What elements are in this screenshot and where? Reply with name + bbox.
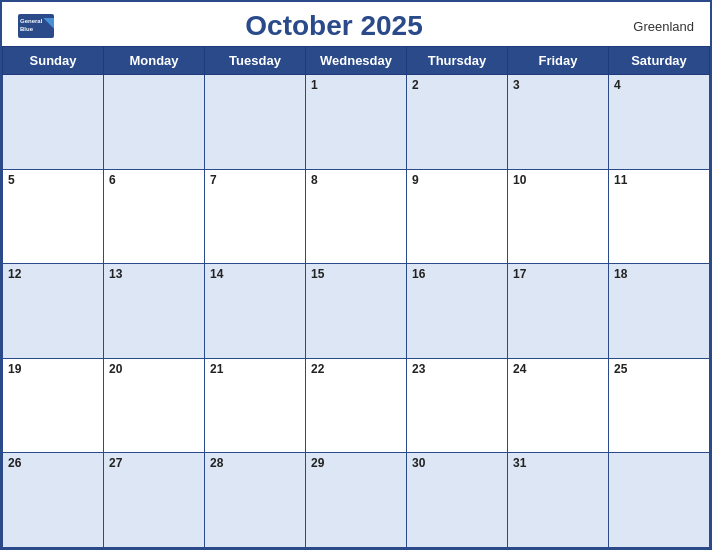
day-number: 23 bbox=[412, 362, 425, 376]
day-number: 15 bbox=[311, 267, 324, 281]
day-cell: 3 bbox=[508, 75, 609, 170]
day-number: 5 bbox=[8, 173, 15, 187]
weekday-header-row: Sunday Monday Tuesday Wednesday Thursday… bbox=[3, 47, 710, 75]
header-sunday: Sunday bbox=[3, 47, 104, 75]
day-number: 10 bbox=[513, 173, 526, 187]
region-label: Greenland bbox=[614, 19, 694, 34]
day-number: 7 bbox=[210, 173, 217, 187]
day-number: 27 bbox=[109, 456, 122, 470]
day-cell: 20 bbox=[104, 358, 205, 453]
day-cell: 8 bbox=[306, 169, 407, 264]
week-row-4: 19202122232425 bbox=[3, 358, 710, 453]
day-number: 25 bbox=[614, 362, 627, 376]
day-cell: 5 bbox=[3, 169, 104, 264]
header-monday: Monday bbox=[104, 47, 205, 75]
day-cell: 27 bbox=[104, 453, 205, 548]
day-number: 3 bbox=[513, 78, 520, 92]
day-number: 13 bbox=[109, 267, 122, 281]
day-cell: 1 bbox=[306, 75, 407, 170]
day-cell: 19 bbox=[3, 358, 104, 453]
calendar-body: 1234567891011121314151617181920212223242… bbox=[3, 75, 710, 548]
day-number: 30 bbox=[412, 456, 425, 470]
day-number: 2 bbox=[412, 78, 419, 92]
day-cell: 30 bbox=[407, 453, 508, 548]
day-number: 26 bbox=[8, 456, 21, 470]
day-cell: 29 bbox=[306, 453, 407, 548]
day-cell: 25 bbox=[609, 358, 710, 453]
day-cell: 28 bbox=[205, 453, 306, 548]
day-number: 11 bbox=[614, 173, 627, 187]
header-wednesday: Wednesday bbox=[306, 47, 407, 75]
day-cell: 16 bbox=[407, 264, 508, 359]
day-number: 18 bbox=[614, 267, 627, 281]
day-cell bbox=[609, 453, 710, 548]
day-cell bbox=[205, 75, 306, 170]
day-number: 8 bbox=[311, 173, 318, 187]
day-cell: 23 bbox=[407, 358, 508, 453]
day-number: 24 bbox=[513, 362, 526, 376]
week-row-3: 12131415161718 bbox=[3, 264, 710, 359]
day-cell: 18 bbox=[609, 264, 710, 359]
day-cell: 31 bbox=[508, 453, 609, 548]
day-cell: 4 bbox=[609, 75, 710, 170]
day-number: 14 bbox=[210, 267, 223, 281]
day-cell: 12 bbox=[3, 264, 104, 359]
day-cell: 15 bbox=[306, 264, 407, 359]
day-cell: 10 bbox=[508, 169, 609, 264]
day-cell: 11 bbox=[609, 169, 710, 264]
header-friday: Friday bbox=[508, 47, 609, 75]
calendar-header: General Blue October 2025 Greenland bbox=[2, 2, 710, 46]
day-number: 19 bbox=[8, 362, 21, 376]
day-number: 22 bbox=[311, 362, 324, 376]
day-number: 6 bbox=[109, 173, 116, 187]
day-cell: 22 bbox=[306, 358, 407, 453]
svg-text:General: General bbox=[20, 18, 43, 24]
week-row-2: 567891011 bbox=[3, 169, 710, 264]
header-thursday: Thursday bbox=[407, 47, 508, 75]
day-cell: 14 bbox=[205, 264, 306, 359]
header-saturday: Saturday bbox=[609, 47, 710, 75]
day-number: 1 bbox=[311, 78, 318, 92]
day-number: 12 bbox=[8, 267, 21, 281]
calendar-table: Sunday Monday Tuesday Wednesday Thursday… bbox=[2, 46, 710, 548]
day-cell: 6 bbox=[104, 169, 205, 264]
day-cell: 17 bbox=[508, 264, 609, 359]
day-number: 31 bbox=[513, 456, 526, 470]
header-tuesday: Tuesday bbox=[205, 47, 306, 75]
day-cell bbox=[3, 75, 104, 170]
day-cell: 9 bbox=[407, 169, 508, 264]
week-row-1: 1234 bbox=[3, 75, 710, 170]
day-cell: 7 bbox=[205, 169, 306, 264]
day-cell: 21 bbox=[205, 358, 306, 453]
day-number: 16 bbox=[412, 267, 425, 281]
day-number: 21 bbox=[210, 362, 223, 376]
day-cell: 26 bbox=[3, 453, 104, 548]
calendar-container: General Blue October 2025 Greenland Sund… bbox=[0, 0, 712, 550]
day-number: 4 bbox=[614, 78, 621, 92]
logo-area: General Blue bbox=[18, 12, 54, 40]
svg-text:Blue: Blue bbox=[20, 26, 34, 32]
day-number: 9 bbox=[412, 173, 419, 187]
day-cell: 24 bbox=[508, 358, 609, 453]
day-number: 29 bbox=[311, 456, 324, 470]
generalblue-logo-icon: General Blue bbox=[18, 12, 54, 40]
day-cell: 13 bbox=[104, 264, 205, 359]
day-cell bbox=[104, 75, 205, 170]
week-row-5: 262728293031 bbox=[3, 453, 710, 548]
day-number: 28 bbox=[210, 456, 223, 470]
day-cell: 2 bbox=[407, 75, 508, 170]
month-title: October 2025 bbox=[54, 10, 614, 42]
day-number: 17 bbox=[513, 267, 526, 281]
day-number: 20 bbox=[109, 362, 122, 376]
